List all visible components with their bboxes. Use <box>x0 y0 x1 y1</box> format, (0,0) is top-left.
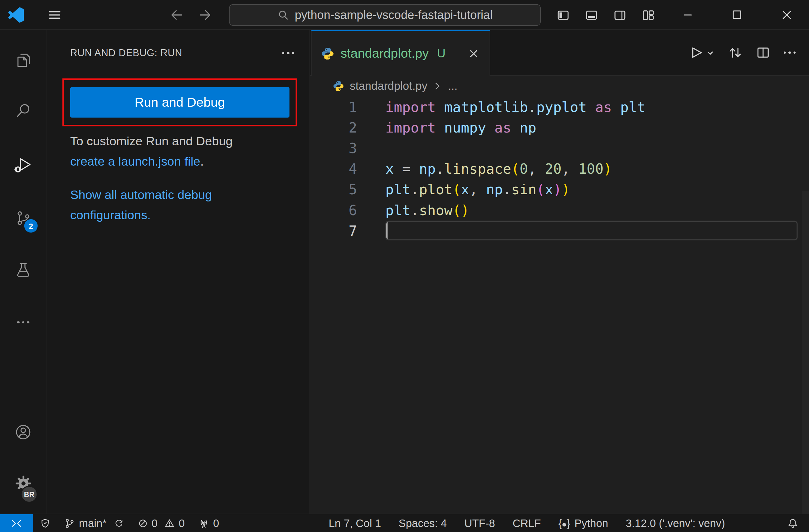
line-number: 6 <box>310 202 357 218</box>
remote-icon <box>11 517 22 529</box>
code-line[interactable]: 4x = np.linspace(0, 20, 100) <box>310 158 809 179</box>
chevron-right-icon <box>433 82 443 91</box>
remote-indicator[interactable] <box>0 514 33 532</box>
workspace-trust-button[interactable] <box>33 514 57 532</box>
run-debug-icon <box>13 155 33 174</box>
command-center-label: python-sample-vscode-fastapi-tutorial <box>295 8 493 22</box>
split-editor-button[interactable] <box>756 46 770 60</box>
chevron-down-icon[interactable] <box>705 48 714 57</box>
sidebar-more-actions-button[interactable] <box>279 49 297 57</box>
code-line[interactable]: 7 <box>310 220 809 241</box>
show-configs-text: Show all automatic debugconfigurations. <box>70 184 293 225</box>
code-text: import matplotlib.pyplot as plt <box>357 96 645 117</box>
sidebar-run-and-debug: RUN AND DEBUG: RUN Run and Debug To cust… <box>47 30 310 514</box>
open-changes-icon <box>728 46 742 60</box>
cursor-position-status[interactable]: Ln 7, Col 1 <box>329 517 381 530</box>
ports-count: 0 <box>213 517 219 530</box>
sidebar-title: RUN AND DEBUG: RUN <box>70 48 182 59</box>
activity-search[interactable] <box>0 96 47 125</box>
notifications-button[interactable] <box>781 514 804 532</box>
code-line[interactable]: 6plt.show() <box>310 199 809 220</box>
editor-group: standardplot.py U <box>310 30 809 514</box>
activity-accounts[interactable] <box>0 418 47 446</box>
bell-icon <box>787 517 798 529</box>
close-window-button[interactable] <box>775 0 799 29</box>
close-icon <box>469 48 479 59</box>
indentation-status[interactable]: Spaces: 4 <box>399 517 447 530</box>
navigate-back-button[interactable] <box>167 6 186 24</box>
encoding-status[interactable]: UTF-8 <box>464 517 495 530</box>
split-editor-icon <box>756 46 770 60</box>
code-line[interactable]: 2import numpy as np <box>310 117 809 138</box>
run-python-file-button[interactable] <box>688 45 714 60</box>
open-changes-button[interactable] <box>728 46 742 60</box>
text-cursor <box>386 222 387 239</box>
code-text <box>357 138 385 158</box>
language-label: Python <box>574 517 608 530</box>
eol-status[interactable]: CRLF <box>513 517 541 530</box>
sync-icon[interactable] <box>113 518 124 529</box>
python-interpreter-status[interactable]: 3.12.0 ('.venv': venv) <box>626 517 725 530</box>
warning-count: 0 <box>179 517 185 530</box>
toggle-primary-sidebar-button[interactable] <box>550 4 576 25</box>
python-file-icon <box>321 47 334 60</box>
vscode-logo-icon <box>8 7 24 23</box>
profile-badge[interactable]: BR <box>21 486 38 503</box>
run-and-debug-button[interactable]: Run and Debug <box>70 87 290 118</box>
layout-panel-icon <box>584 8 598 22</box>
git-status-badge: U <box>437 47 446 60</box>
line-number: 3 <box>310 140 357 156</box>
maximize-button[interactable] <box>725 0 748 29</box>
layout-controls <box>550 4 661 25</box>
tab-close-button[interactable] <box>467 47 480 60</box>
line-number: 2 <box>310 120 357 135</box>
breadcrumb-more[interactable]: ... <box>448 79 458 93</box>
activity-run-debug[interactable] <box>0 150 47 179</box>
activity-more-button[interactable] <box>0 308 47 337</box>
code-text: import numpy as np <box>357 117 536 138</box>
vscode-logo <box>8 7 24 23</box>
language-braces-icon: {} <box>558 517 570 530</box>
code-line[interactable]: 5plt.plot(x, np.sin(x)) <box>310 179 809 199</box>
play-icon <box>688 45 704 60</box>
menu-button[interactable] <box>46 6 64 24</box>
code-area[interactable]: 1import matplotlib.pyplot as plt2import … <box>310 96 809 514</box>
launch-json-link[interactable]: create a launch.json file <box>70 154 200 168</box>
status-left: main* 0 0 <box>0 514 226 532</box>
editor-scrollbar[interactable] <box>802 191 809 514</box>
search-icon <box>277 9 290 21</box>
line-number: 5 <box>310 181 357 197</box>
code-line[interactable]: 3 <box>310 138 809 158</box>
sidebar-header: RUN AND DEBUG: RUN <box>70 44 297 62</box>
activity-source-control[interactable]: 2 <box>0 203 47 233</box>
show-configs-link[interactable]: Show all automatic debugconfigurations. <box>70 188 212 222</box>
close-icon <box>780 8 793 21</box>
customize-layout-button[interactable] <box>635 4 661 25</box>
arrow-left-icon <box>169 7 184 23</box>
warning-icon <box>165 518 175 529</box>
breadcrumb-file[interactable]: standardplot.py <box>350 79 427 93</box>
ports-status[interactable]: 0 <box>192 514 226 532</box>
navigate-forward-button[interactable] <box>196 6 214 24</box>
language-status[interactable]: {} Python <box>558 517 608 530</box>
code-line[interactable]: 1import matplotlib.pyplot as plt <box>310 96 809 117</box>
vscode-window: python-sample-vscode-fastapi-tutorial <box>0 0 809 532</box>
toggle-secondary-sidebar-button[interactable] <box>607 4 633 25</box>
sentence-period: . <box>200 154 204 168</box>
maximize-icon <box>730 8 743 21</box>
toggle-panel-button[interactable] <box>579 4 604 25</box>
activity-testing[interactable] <box>0 255 47 284</box>
layout-sidebar-right-icon <box>613 8 627 22</box>
line-number: 7 <box>310 223 357 238</box>
minimize-button[interactable] <box>676 0 700 29</box>
branch-status[interactable]: main* <box>57 514 131 532</box>
command-center-search[interactable]: python-sample-vscode-fastapi-tutorial <box>229 4 541 25</box>
title-bar: python-sample-vscode-fastapi-tutorial <box>0 0 809 30</box>
ellipsis-icon <box>17 321 29 323</box>
activity-explorer[interactable] <box>0 46 47 75</box>
radio-tower-icon <box>198 517 209 529</box>
problems-status[interactable]: 0 0 <box>131 514 192 532</box>
files-icon <box>14 51 33 70</box>
tab-standardplot-py[interactable]: standardplot.py U <box>311 30 490 76</box>
editor-more-actions-button[interactable] <box>784 51 796 54</box>
